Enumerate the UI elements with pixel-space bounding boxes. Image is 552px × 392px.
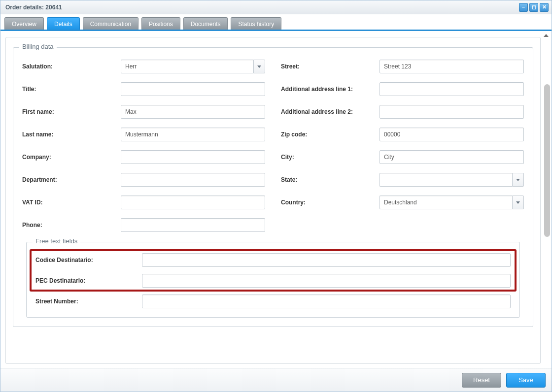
minimize-button[interactable]: – — [519, 3, 528, 12]
street-number-input[interactable] — [142, 294, 511, 308]
row-title: Title: — [22, 82, 265, 96]
row-company: Company: — [22, 150, 265, 164]
state-trigger[interactable] — [512, 173, 524, 187]
reset-button[interactable]: Reset — [462, 373, 501, 388]
titlebar: Order details: 20641 – ◻ ✕ — [0, 0, 552, 14]
tab-overview[interactable]: Overview — [4, 17, 44, 30]
label-state: State: — [281, 176, 380, 183]
label-title: Title: — [22, 86, 121, 93]
phone-input[interactable] — [121, 218, 265, 232]
label-addr2: Additional address line 2: — [281, 108, 380, 115]
label-country: Country: — [281, 199, 380, 206]
label-pec: PEC Destinatario: — [35, 277, 142, 284]
row-zip: Zip code: — [281, 128, 524, 141]
footer-toolbar: Reset Save — [0, 368, 552, 392]
tab-status-history[interactable]: Status history — [231, 17, 281, 30]
country-select[interactable] — [380, 196, 524, 209]
salutation-select[interactable] — [121, 60, 265, 73]
tab-positions[interactable]: Positions — [141, 17, 180, 30]
country-trigger[interactable] — [512, 196, 524, 209]
billing-legend: Billing data — [19, 43, 57, 50]
row-salutation: Salutation: — [22, 60, 265, 73]
billing-right-column: Street: Additional address line 1: Addit… — [281, 60, 524, 232]
close-icon: ✕ — [542, 4, 547, 10]
addr2-input[interactable] — [380, 105, 524, 119]
free-text-legend: Free text fields — [33, 237, 80, 245]
row-city: City: — [281, 150, 524, 164]
label-city: City: — [281, 154, 380, 161]
chevron-down-icon — [516, 201, 520, 204]
row-country: Country: — [281, 196, 524, 209]
vat-id-input[interactable] — [121, 196, 265, 209]
label-salutation: Salutation: — [22, 63, 121, 70]
row-pec: PEC Destinatario: — [35, 274, 511, 288]
free-text-fieldset: Free text fields Codice Destinatario: PE… — [26, 242, 520, 318]
label-first-name: First name: — [22, 108, 121, 115]
row-phone: Phone: — [22, 218, 265, 232]
company-input[interactable] — [121, 150, 265, 164]
row-addr2: Additional address line 2: — [281, 105, 524, 119]
close-button[interactable]: ✕ — [540, 3, 549, 12]
label-zip: Zip code: — [281, 131, 380, 138]
chevron-down-icon — [257, 65, 261, 68]
tab-details[interactable]: Details — [47, 17, 80, 30]
first-name-input[interactable] — [121, 105, 265, 119]
minimize-icon: – — [522, 4, 525, 10]
label-company: Company: — [22, 154, 121, 161]
label-codice: Codice Destinatario: — [35, 257, 142, 263]
codice-destinatario-input[interactable] — [142, 253, 511, 267]
maximize-button[interactable]: ◻ — [529, 3, 538, 12]
pec-destinatario-input[interactable] — [142, 274, 511, 288]
label-street: Street: — [281, 63, 380, 70]
row-last-name: Last name: — [22, 128, 265, 141]
billing-left-column: Salutation: Title: First name: — [22, 60, 265, 232]
tab-communication[interactable]: Communication — [83, 17, 138, 30]
maximize-icon: ◻ — [532, 4, 536, 10]
order-details-window: Order details: 20641 – ◻ ✕ Overview Deta… — [0, 0, 552, 392]
tab-documents[interactable]: Documents — [183, 17, 228, 30]
row-street: Street: — [281, 60, 524, 73]
department-input[interactable] — [121, 173, 265, 187]
save-button[interactable]: Save — [506, 373, 546, 388]
row-vat-id: VAT ID: — [22, 196, 265, 209]
row-first-name: First name: — [22, 105, 265, 119]
salutation-input[interactable] — [121, 60, 253, 73]
city-input[interactable] — [380, 150, 524, 164]
label-street-number: Street Number: — [35, 298, 142, 305]
salutation-trigger[interactable] — [253, 60, 265, 73]
window-title: Order details: 20641 — [5, 4, 518, 11]
street-input[interactable] — [380, 60, 524, 73]
label-phone: Phone: — [22, 222, 121, 229]
last-name-input[interactable] — [121, 128, 265, 141]
country-input[interactable] — [380, 196, 512, 209]
state-input[interactable] — [380, 173, 512, 187]
content-area: Billing data Salutation: Title: — [0, 33, 552, 368]
state-select[interactable] — [380, 173, 524, 187]
chevron-down-icon — [516, 179, 520, 181]
billing-data-fieldset: Billing data Salutation: Title: — [13, 47, 533, 327]
row-addr1: Additional address line 1: — [281, 82, 524, 96]
row-street-number: Street Number: — [35, 294, 511, 308]
zip-input[interactable] — [380, 128, 524, 141]
label-vat-id: VAT ID: — [22, 199, 121, 206]
label-last-name: Last name: — [22, 131, 121, 138]
label-addr1: Additional address line 1: — [281, 86, 380, 93]
details-panel: Billing data Salutation: Title: — [5, 37, 541, 364]
row-state: State: — [281, 173, 524, 187]
addr1-input[interactable] — [380, 82, 524, 96]
row-codice: Codice Destinatario: — [35, 253, 511, 267]
row-department: Department: — [22, 173, 265, 187]
tab-bar: Overview Details Communication Positions… — [0, 14, 552, 31]
billing-form-grid: Salutation: Title: First name: — [22, 60, 524, 232]
title-input[interactable] — [121, 82, 265, 96]
label-department: Department: — [22, 176, 121, 183]
